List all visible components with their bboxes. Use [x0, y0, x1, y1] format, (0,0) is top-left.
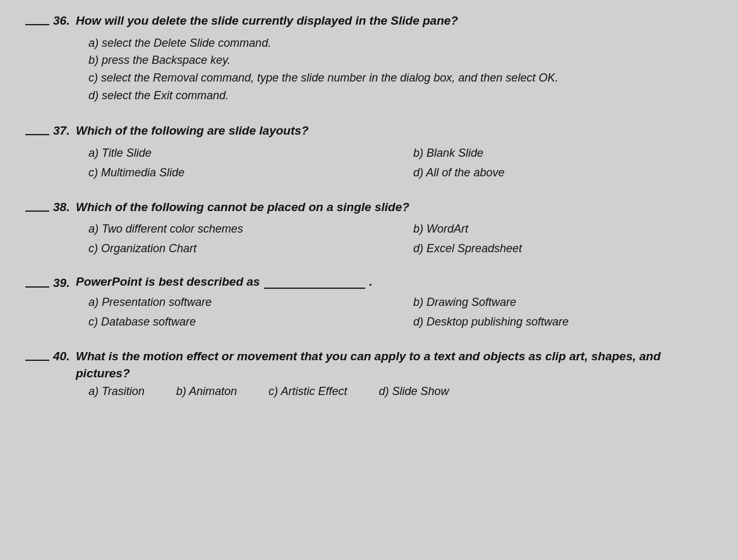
q40-option-d: d) Slide Show — [378, 385, 449, 398]
q38-option-b: b) WordArt — [413, 221, 713, 238]
q39-number-area: 39. — [25, 275, 76, 297]
q37-content: Which of the following are slide layouts… — [76, 123, 713, 181]
q37-option-c: c) Multimedia Slide — [88, 164, 388, 181]
q38-number: 38. — [53, 199, 70, 216]
q37-number: 37. — [53, 123, 70, 140]
q40-option-a: a) Trasition — [88, 385, 145, 398]
q39-option-c: c) Database software — [88, 313, 388, 331]
q40-options: a) Trasition b) Animaton c) Artistic Eff… — [76, 385, 713, 398]
q37-option-a: a) Title Slide — [88, 145, 388, 162]
q36-content: How will you delete the slide currently … — [76, 13, 713, 105]
q39-option-b: b) Drawing Software — [413, 294, 713, 311]
q38-options: a) Two different color schemes b) WordAr… — [76, 221, 713, 257]
q39-number: 39. — [53, 275, 70, 292]
question-37: 37. Which of the following are slide lay… — [25, 123, 713, 181]
q38-number-area: 38. — [25, 199, 76, 221]
q40-number-area: 40. — [25, 348, 76, 370]
q40-content: What is the motion effect or movement th… — [76, 348, 713, 398]
q36-number: 36. — [53, 13, 70, 30]
q37-text: Which of the following are slide layouts… — [76, 123, 713, 140]
question-38: 38. Which of the following cannot be pla… — [25, 199, 713, 258]
q38-text: Which of the following cannot be placed … — [76, 199, 713, 216]
q40-number: 40. — [53, 348, 70, 365]
q39-option-d: d) Desktop publishing software — [413, 313, 713, 331]
q37-blank — [25, 134, 49, 135]
question-39: 39. PowerPoint is best described as . a)… — [25, 275, 713, 331]
q38-content: Which of the following cannot be placed … — [76, 199, 713, 258]
q39-options: a) Presentation software b) Drawing Soft… — [76, 294, 713, 331]
q36-option-b: b) press the Backspace key. — [88, 52, 713, 70]
q38-blank — [25, 210, 49, 212]
q36-text: How will you delete the slide currently … — [76, 13, 713, 30]
q37-option-b: b) Blank Slide — [413, 145, 713, 162]
q38-option-c: c) Organization Chart — [88, 240, 388, 257]
q37-number-area: 37. — [25, 123, 76, 145]
q39-content: PowerPoint is best described as . a) Pre… — [76, 275, 713, 331]
q39-option-a: a) Presentation software — [88, 294, 388, 311]
q39-text: PowerPoint is best described as — [76, 275, 260, 288]
q36-option-c: c) select the Removal command, type the … — [88, 70, 713, 87]
q39-blank — [25, 286, 49, 288]
q40-blank — [25, 360, 49, 361]
question-40: 40. What is the motion effect or movemen… — [25, 348, 713, 398]
q40-text: What is the motion effect or movement th… — [76, 348, 713, 382]
q38-option-a: a) Two different color schemes — [88, 221, 388, 238]
q36-options: a) select the Delete Slide command. b) p… — [76, 35, 713, 106]
q36-option-d: d) select the Exit command. — [88, 87, 713, 105]
q37-option-d: d) All of the above — [413, 164, 713, 181]
q36-option-a: a) select the Delete Slide command. — [88, 35, 713, 52]
q39-answer-blank — [264, 288, 365, 289]
q37-options: a) Title Slide b) Blank Slide c) Multime… — [76, 145, 713, 181]
q39-text-area: PowerPoint is best described as . — [76, 275, 713, 289]
question-36: 36. How will you delete the slide curren… — [25, 13, 713, 105]
q40-option-c: c) Artistic Effect — [269, 385, 347, 398]
q40-option-b: b) Animaton — [176, 385, 237, 398]
q36-number-area: 36. — [25, 13, 76, 35]
q38-option-d: d) Excel Spreadsheet — [413, 240, 713, 257]
q39-period: . — [369, 275, 372, 288]
q36-blank — [25, 24, 49, 25]
